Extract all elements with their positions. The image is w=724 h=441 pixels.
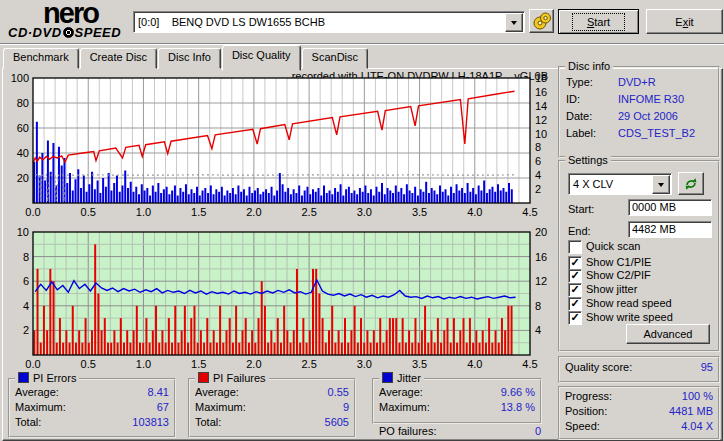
disc-logo-icon [63, 27, 74, 38]
svg-text:2.0: 2.0 [246, 358, 261, 370]
show-jitter-label: Show jitter [586, 283, 637, 295]
refresh-button[interactable] [678, 172, 704, 195]
svg-text:2.5: 2.5 [301, 206, 316, 218]
refresh-icon [683, 176, 699, 192]
disc-type-value: DVD+R [618, 76, 656, 88]
svg-text:16: 16 [535, 251, 547, 263]
svg-text:4.0: 4.0 [467, 206, 482, 218]
disc-date-value: 29 Oct 2006 [618, 110, 678, 122]
start-position-field[interactable] [628, 199, 712, 216]
show-read-speed-checkbox[interactable]: ✓ [568, 297, 582, 311]
svg-text:18: 18 [535, 73, 547, 84]
tab-disc-info[interactable]: Disc Info [158, 48, 221, 69]
show-c1-pie-checkbox[interactable]: ✓ [568, 256, 582, 270]
show-c1-pie-label: Show C1/PIE [586, 256, 651, 268]
svg-text:1.5: 1.5 [191, 206, 206, 218]
pi-errors-box: PI Errors Average:8.41 Maximum:67 Total:… [8, 378, 176, 438]
svg-text:12: 12 [535, 275, 547, 287]
svg-text:60: 60 [17, 122, 29, 134]
svg-text:0.5: 0.5 [81, 358, 96, 370]
svg-text:16: 16 [535, 86, 547, 98]
svg-text:2: 2 [535, 183, 541, 195]
end-position-field[interactable] [628, 221, 712, 238]
svg-text:2: 2 [23, 324, 29, 336]
quick-scan-checkbox[interactable] [568, 240, 582, 254]
svg-text:6: 6 [535, 155, 541, 167]
settings-box-title: Settings [565, 154, 611, 166]
svg-text:100: 100 [11, 73, 29, 84]
drive-select-value: [0:0] BENQ DVD LS DW1655 BCHB [134, 14, 504, 30]
svg-text:10: 10 [17, 226, 29, 238]
show-read-speed-label: Show read speed [586, 297, 672, 309]
disc-info-box-title: Disc info [565, 60, 613, 72]
svg-text:4: 4 [535, 169, 541, 181]
drive-select[interactable]: [0:0] BENQ DVD LS DW1655 BCHB [133, 11, 525, 33]
pi-errors-chart: 20406080100246810121416180.00.51.01.52.0… [3, 73, 559, 223]
progress-value: 100 % [682, 389, 713, 404]
discs-icon [531, 11, 553, 31]
show-jitter-checkbox[interactable]: ✓ [568, 283, 582, 297]
start-button[interactable]: Start [558, 9, 639, 34]
svg-text:10: 10 [535, 128, 547, 140]
advanced-button[interactable]: Advanced [626, 324, 710, 344]
disc-button[interactable] [529, 9, 554, 33]
end-position-label: End: [568, 225, 591, 237]
svg-text:8: 8 [535, 300, 541, 312]
quality-score-label: Quality score: [565, 360, 632, 375]
pi-failures-box-title: PI Failures [195, 372, 269, 384]
pi-failures-box: PI Failures Average:0.55 Maximum:9 Total… [188, 378, 356, 438]
quality-score-box: Quality score:95 [558, 356, 720, 383]
svg-text:0.0: 0.0 [25, 206, 40, 218]
position-value: 4481 MB [669, 404, 713, 419]
jitter-box-title: Jitter [379, 372, 424, 384]
tab-benchmark[interactable]: Benchmark [3, 48, 79, 69]
quality-score-value: 95 [701, 360, 713, 375]
toolbar-divider [0, 43, 724, 45]
chevron-down-icon[interactable] [505, 13, 523, 32]
disc-label-value: CDS_TEST_B2 [618, 127, 695, 139]
svg-text:4.5: 4.5 [522, 206, 537, 218]
svg-text:4.0: 4.0 [467, 358, 482, 370]
tab-scandisc[interactable]: ScanDisc [302, 48, 368, 69]
svg-text:4: 4 [23, 300, 29, 312]
svg-text:3.5: 3.5 [412, 358, 427, 370]
jitter-box: Jitter Average:9.66 % Maximum:13.8 % [372, 378, 542, 424]
speed-value: 4.04 X [681, 419, 713, 434]
svg-text:2.0: 2.0 [246, 206, 261, 218]
show-write-speed-checkbox[interactable]: ✓ [568, 311, 582, 325]
pi-errors-swatch-icon [18, 372, 29, 383]
svg-text:0.5: 0.5 [81, 206, 96, 218]
nero-logo-text: nero [8, 1, 133, 25]
svg-text:20: 20 [535, 226, 547, 238]
svg-text:3.0: 3.0 [357, 358, 372, 370]
start-position-label: Start: [568, 203, 594, 215]
svg-text:8: 8 [23, 251, 29, 263]
svg-text:2.5: 2.5 [301, 358, 316, 370]
settings-box: Settings 4 X CLV Start: End: Quick scan … [558, 160, 720, 352]
disc-info-box: Disc info Type:DVD+R ID:INFOME R30 Date:… [558, 66, 720, 158]
svg-text:3.5: 3.5 [412, 206, 427, 218]
show-write-speed-label: Show write speed [586, 311, 673, 323]
speed-select-value: 4 X CLV [569, 176, 651, 192]
jitter-swatch-icon [382, 372, 393, 383]
show-c2-pif-label: Show C2/PIF [586, 269, 651, 281]
speed-select[interactable]: 4 X CLV [568, 173, 672, 195]
pi-errors-box-title: PI Errors [15, 372, 79, 384]
tab-create-disc[interactable]: Create Disc [80, 48, 157, 69]
svg-text:0.0: 0.0 [25, 358, 40, 370]
chevron-down-icon[interactable] [652, 175, 670, 194]
svg-text:80: 80 [17, 97, 29, 109]
cd-dvd-speed-logo-text: CD·DVDSPEED [8, 25, 133, 40]
svg-text:6: 6 [23, 275, 29, 287]
svg-text:14: 14 [535, 100, 547, 112]
po-failures-row: PO failures: 0 [374, 424, 546, 439]
svg-text:12: 12 [535, 114, 547, 126]
quick-scan-label: Quick scan [586, 240, 640, 252]
svg-text:20: 20 [17, 172, 29, 184]
show-c2-pif-checkbox[interactable]: ✓ [568, 269, 582, 283]
svg-text:1.0: 1.0 [136, 206, 151, 218]
exit-button[interactable]: Exit [646, 9, 723, 34]
nero-logo: nero CD·DVDSPEED [8, 1, 133, 40]
tab-bar: Benchmark Create Disc Disc Info Disc Qua… [3, 47, 369, 69]
tab-disc-quality[interactable]: Disc Quality [222, 45, 301, 71]
